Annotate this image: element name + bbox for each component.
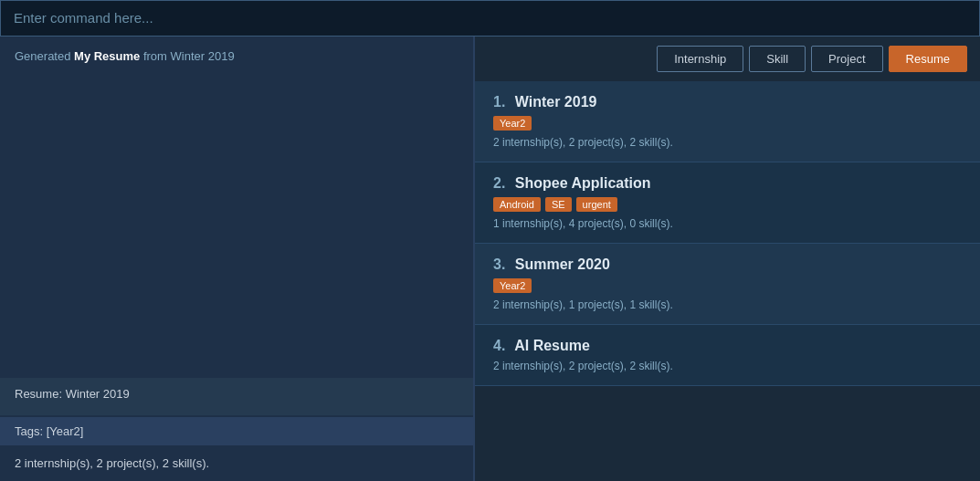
stats-section: 2 internship(s), 2 project(s), 2 skill(s…	[0, 445, 473, 481]
item-number-1: 1.	[493, 94, 505, 110]
filter-btn-resume[interactable]: Resume	[889, 46, 967, 72]
list-item-3[interactable]: 3. Summer 2020Year22 internship(s), 1 pr…	[475, 244, 980, 325]
item-stats-4: 2 internship(s), 2 project(s), 2 skill(s…	[493, 360, 962, 372]
tags-section: Tags: [Year2]	[0, 417, 473, 445]
generated-highlight: My Resume	[74, 49, 140, 63]
stats-label: 2 internship(s), 2 project(s), 2 skill(s…	[15, 456, 209, 470]
list-item-1[interactable]: 1. Winter 2019Year22 internship(s), 2 pr…	[475, 81, 980, 162]
command-bar	[0, 0, 980, 37]
right-panel: InternshipSkillProjectResume 1. Winter 2…	[475, 37, 980, 481]
item-tags-2: AndroidSEurgent	[493, 197, 962, 212]
generated-prefix: Generated	[15, 49, 74, 63]
filter-btn-internship[interactable]: Internship	[657, 46, 743, 72]
left-panel: Generated My Resume from Winter 2019 Res…	[0, 37, 475, 481]
item-number-2: 2.	[493, 175, 505, 191]
tags-label: Tags: [Year2]	[15, 424, 83, 438]
item-number-3: 3.	[493, 256, 505, 272]
item-title-2: 2. Shopee Application	[493, 175, 962, 192]
generated-suffix: from Winter 2019	[140, 49, 234, 63]
tag-urgent: urgent	[576, 197, 617, 212]
item-number-4: 4.	[493, 338, 505, 353]
filter-btn-skill[interactable]: Skill	[749, 46, 806, 72]
item-tags-1: Year2	[493, 116, 962, 131]
generated-info: Generated My Resume from Winter 2019	[0, 37, 473, 378]
item-tags-3: Year2	[493, 278, 962, 293]
main-layout: Generated My Resume from Winter 2019 Res…	[0, 37, 980, 481]
filter-bar: InternshipSkillProjectResume	[475, 37, 980, 81]
item-stats-3: 2 internship(s), 1 project(s), 1 skill(s…	[493, 298, 962, 311]
tag-se: SE	[545, 197, 572, 212]
item-title-4: 4. AI Resume	[493, 338, 962, 354]
item-title-1: 1. Winter 2019	[493, 94, 962, 110]
tag-year2: Year2	[493, 116, 532, 131]
filter-btn-project[interactable]: Project	[811, 46, 882, 72]
resume-label: Resume: Winter 2019	[15, 387, 458, 401]
list-item-2[interactable]: 2. Shopee ApplicationAndroidSEurgent1 in…	[475, 162, 980, 244]
command-input[interactable]	[14, 10, 966, 26]
item-stats-1: 2 internship(s), 2 project(s), 2 skill(s…	[493, 136, 962, 149]
tag-android: Android	[493, 197, 541, 212]
list-item-4[interactable]: 4. AI Resume2 internship(s), 2 project(s…	[475, 325, 980, 386]
item-stats-2: 1 internship(s), 4 project(s), 0 skill(s…	[493, 217, 962, 230]
item-title-3: 3. Summer 2020	[493, 256, 962, 273]
tag-year2: Year2	[493, 278, 532, 293]
items-list: 1. Winter 2019Year22 internship(s), 2 pr…	[475, 81, 980, 386]
resume-details-section: Resume: Winter 2019	[0, 378, 473, 415]
